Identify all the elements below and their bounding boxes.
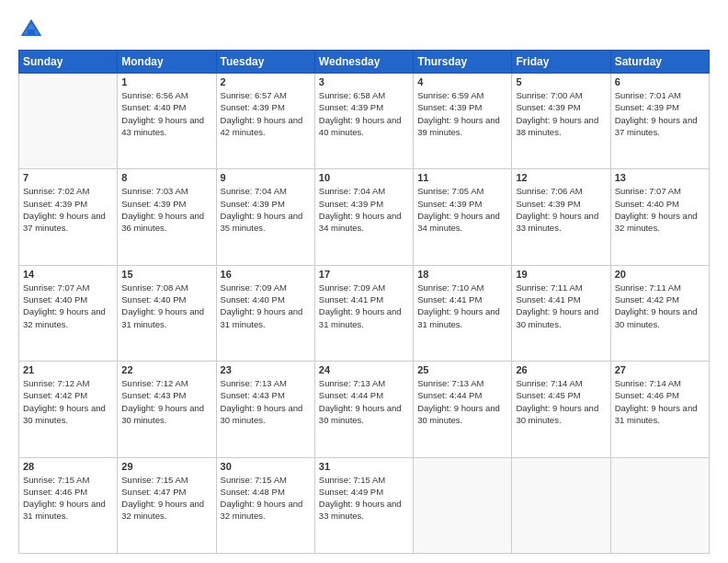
day-number: 1 [121,76,211,87]
calendar-cell [19,74,118,169]
calendar-cell: 2 Sunrise: 6:57 AM Sunset: 4:39 PM Dayli… [216,74,314,169]
daylight-text: Daylight: 9 hours and 30 minutes. [516,402,606,427]
daylight-text: Daylight: 9 hours and 37 minutes. [23,210,113,235]
sunset-text: Sunset: 4:41 PM [417,293,507,305]
sunset-text: Sunset: 4:40 PM [23,293,113,305]
sunset-text: Sunset: 4:39 PM [23,198,113,210]
sunrise-text: Sunrise: 7:10 AM [417,282,507,293]
daylight-text: Daylight: 9 hours and 36 minutes. [121,210,211,235]
svg-rect-2 [28,29,35,35]
sunset-text: Sunset: 4:39 PM [417,198,507,210]
daylight-text: Daylight: 9 hours and 32 minutes. [23,305,113,330]
day-number: 9 [221,172,311,183]
sunset-text: Sunset: 4:42 PM [615,293,705,305]
calendar-cell: 9 Sunrise: 7:04 AM Sunset: 4:39 PM Dayli… [216,169,314,265]
sunset-text: Sunset: 4:43 PM [121,389,211,401]
daylight-text: Daylight: 9 hours and 37 minutes. [615,114,705,139]
sunrise-text: Sunrise: 7:13 AM [417,377,507,389]
daylight-text: Daylight: 9 hours and 33 minutes. [516,210,606,235]
calendar-cell: 30 Sunrise: 7:15 AM Sunset: 4:48 PM Dayl… [216,457,314,553]
calendar-cell: 22 Sunrise: 7:12 AM Sunset: 4:43 PM Dayl… [118,362,216,457]
sunrise-text: Sunrise: 7:12 AM [23,377,113,389]
daylight-text: Daylight: 9 hours and 31 minutes. [23,498,113,523]
sunrise-text: Sunrise: 7:03 AM [121,185,211,197]
sunset-text: Sunset: 4:48 PM [221,486,311,498]
sunrise-text: Sunrise: 7:14 AM [615,377,705,389]
daylight-text: Daylight: 9 hours and 30 minutes. [615,305,705,330]
calendar-cell: 8 Sunrise: 7:03 AM Sunset: 4:39 PM Dayli… [118,169,216,265]
sunrise-text: Sunrise: 7:13 AM [221,377,311,389]
sunrise-text: Sunrise: 7:04 AM [319,185,409,197]
page: SundayMondayTuesdayWednesdayThursdayFrid… [0,0,728,563]
daylight-text: Daylight: 9 hours and 35 minutes. [221,210,311,235]
sunset-text: Sunset: 4:39 PM [516,101,606,113]
sunset-text: Sunset: 4:44 PM [417,389,507,401]
sunrise-text: Sunrise: 6:59 AM [417,89,507,101]
calendar-week-row: 7 Sunrise: 7:02 AM Sunset: 4:39 PM Dayli… [19,169,710,265]
sunrise-text: Sunrise: 6:58 AM [319,89,409,101]
sunset-text: Sunset: 4:41 PM [319,293,409,305]
calendar-header-row: SundayMondayTuesdayWednesdayThursdayFrid… [19,51,710,74]
calendar-cell: 15 Sunrise: 7:08 AM Sunset: 4:40 PM Dayl… [118,265,216,361]
day-number: 20 [615,269,705,280]
sunset-text: Sunset: 4:39 PM [417,101,507,113]
day-number: 8 [121,172,211,183]
calendar-week-row: 21 Sunrise: 7:12 AM Sunset: 4:42 PM Dayl… [19,362,710,457]
sunrise-text: Sunrise: 7:00 AM [516,89,606,101]
sunrise-text: Sunrise: 7:09 AM [221,282,311,293]
sunrise-text: Sunrise: 7:07 AM [23,282,113,293]
day-number: 27 [615,364,705,375]
calendar-cell: 24 Sunrise: 7:13 AM Sunset: 4:44 PM Dayl… [314,362,413,457]
sunset-text: Sunset: 4:44 PM [319,389,409,401]
calendar-cell: 11 Sunrise: 7:05 AM Sunset: 4:39 PM Dayl… [414,169,512,265]
day-number: 15 [121,269,211,280]
day-number: 26 [516,364,606,375]
daylight-text: Daylight: 9 hours and 30 minutes. [23,402,113,427]
calendar-cell: 23 Sunrise: 7:13 AM Sunset: 4:43 PM Dayl… [216,362,314,457]
calendar-cell: 14 Sunrise: 7:07 AM Sunset: 4:40 PM Dayl… [19,265,118,361]
day-number: 13 [615,172,705,183]
day-number: 25 [417,364,507,375]
day-header: Monday [118,51,216,74]
daylight-text: Daylight: 9 hours and 30 minutes. [221,402,311,427]
day-number: 10 [319,172,409,183]
sunrise-text: Sunrise: 7:12 AM [121,377,211,389]
calendar-cell: 29 Sunrise: 7:15 AM Sunset: 4:47 PM Dayl… [118,457,216,553]
daylight-text: Daylight: 9 hours and 31 minutes. [319,305,409,330]
daylight-text: Daylight: 9 hours and 32 minutes. [121,498,211,523]
calendar-cell [610,457,709,553]
sunset-text: Sunset: 4:46 PM [615,389,705,401]
sunset-text: Sunset: 4:39 PM [615,101,705,113]
daylight-text: Daylight: 9 hours and 40 minutes. [319,114,409,139]
day-header: Thursday [414,51,512,74]
daylight-text: Daylight: 9 hours and 34 minutes. [417,210,507,235]
daylight-text: Daylight: 9 hours and 43 minutes. [121,114,211,139]
calendar-cell: 6 Sunrise: 7:01 AM Sunset: 4:39 PM Dayli… [610,74,709,169]
sunrise-text: Sunrise: 7:06 AM [516,185,606,197]
sunset-text: Sunset: 4:39 PM [221,101,311,113]
day-number: 24 [319,364,409,375]
calendar-cell: 18 Sunrise: 7:10 AM Sunset: 4:41 PM Dayl… [414,265,512,361]
sunset-text: Sunset: 4:40 PM [615,198,705,210]
calendar: SundayMondayTuesdayWednesdayThursdayFrid… [18,50,710,554]
sunrise-text: Sunrise: 6:56 AM [121,89,211,101]
sunrise-text: Sunrise: 7:15 AM [121,474,211,486]
calendar-week-row: 28 Sunrise: 7:15 AM Sunset: 4:46 PM Dayl… [19,457,710,553]
sunrise-text: Sunrise: 7:15 AM [221,474,311,486]
day-number: 4 [417,76,507,87]
calendar-cell: 10 Sunrise: 7:04 AM Sunset: 4:39 PM Dayl… [314,169,413,265]
daylight-text: Daylight: 9 hours and 30 minutes. [121,402,211,427]
calendar-cell: 3 Sunrise: 6:58 AM Sunset: 4:39 PM Dayli… [314,74,413,169]
sunset-text: Sunset: 4:41 PM [516,293,606,305]
daylight-text: Daylight: 9 hours and 32 minutes. [615,210,705,235]
calendar-cell: 5 Sunrise: 7:00 AM Sunset: 4:39 PM Dayli… [512,74,610,169]
calendar-cell: 31 Sunrise: 7:15 AM Sunset: 4:49 PM Dayl… [314,457,413,553]
calendar-week-row: 14 Sunrise: 7:07 AM Sunset: 4:40 PM Dayl… [19,265,710,361]
day-number: 11 [417,172,507,183]
sunset-text: Sunset: 4:39 PM [121,198,211,210]
day-number: 6 [615,76,705,87]
day-number: 14 [23,269,113,280]
daylight-text: Daylight: 9 hours and 38 minutes. [516,114,606,139]
calendar-week-row: 1 Sunrise: 6:56 AM Sunset: 4:40 PM Dayli… [19,74,710,169]
day-number: 30 [221,461,311,472]
